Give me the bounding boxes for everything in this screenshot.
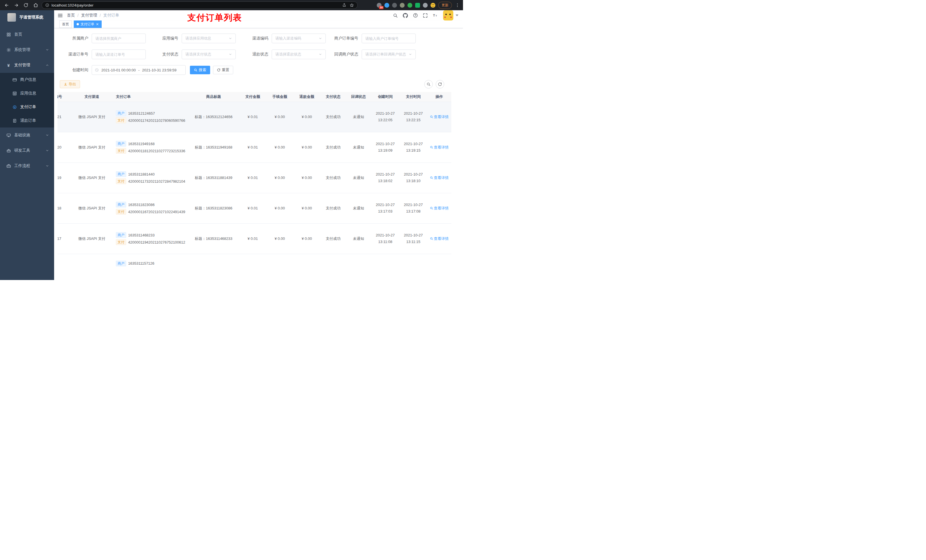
profile-avatar[interactable] [431,3,436,8]
filter-merchant-order-no: 商户订单编号 [330,33,420,44]
toggle-search-button[interactable] [424,80,433,89]
chevron-down-icon [45,48,49,51]
view-detail-link[interactable]: 查看详情 [430,175,449,180]
search-button[interactable]: 搜索 [190,66,210,74]
extension-icon[interactable] [415,3,420,8]
search-icon[interactable] [393,13,398,18]
breadcrumb-section[interactable]: 支付管理 [81,13,97,18]
refund-status-select[interactable]: 请选择退款状态 [272,50,326,59]
date-end: 2021-10-31 23:59:59 [142,68,177,72]
user-menu[interactable] [443,10,458,21]
table-row[interactable]: 121 微信 JSAPI 支付 商户1635312124657 支付420000… [57,101,451,132]
site-info-icon[interactable] [45,3,49,7]
github-icon[interactable] [402,13,408,18]
app-no-select[interactable]: 请选择应用信息 [182,33,236,43]
circle-dot-icon [12,105,17,109]
briefcase-icon [6,164,11,168]
forward-icon[interactable] [12,2,20,9]
sidebar-item-infrastructure[interactable]: 基础设施 [0,127,54,143]
notify-status-select[interactable]: 请选择订单回调商户状态 [362,50,416,59]
credit-card-icon [12,78,17,82]
refresh-table-button[interactable] [436,80,444,89]
help-icon[interactable] [413,13,418,18]
chevron-down-icon [319,37,322,40]
table-row[interactable]: 商户1635311157126 [57,254,451,280]
chevron-down-icon [409,53,412,56]
pay-tag: 支付 [116,239,126,245]
merchant-order-no-input[interactable] [362,33,416,43]
export-button[interactable]: 导出 [60,80,80,88]
home-icon[interactable] [32,2,39,9]
filter-app-no: 应用编号 请选择应用信息 [150,33,240,44]
tab-home[interactable]: 首页 [59,21,72,28]
create-time-range-picker[interactable]: 2021-10-01 00:00:00 - 2021-10-31 23:59:5… [92,65,186,75]
extension-icon[interactable] [377,3,381,8]
active-tab-dot [77,23,79,25]
filter-channel-order-no: 渠道订单号 [60,49,150,59]
sidebar-item-workflow[interactable]: 工作流程 [0,158,54,174]
reload-icon[interactable] [22,2,30,9]
view-detail-link[interactable]: 查看详情 [430,145,449,150]
chevron-up-icon [45,63,49,67]
table-row[interactable]: 120 微信 JSAPI 支付 商户1635311949168 支付420000… [57,132,451,163]
navbar-actions: TT [393,10,458,21]
sidebar-item-label: 退款订单 [20,118,36,123]
sidebar-item-refund-order[interactable]: 退款订单 [0,114,54,127]
address-bar[interactable]: localhost:1024/pay/order [42,2,358,9]
tags-view-bar: 首页 支付订单 [54,21,463,28]
view-detail-link[interactable]: 查看详情 [430,115,449,119]
pay-tag: 支付 [116,118,126,123]
sidebar-item-merchant-info[interactable]: 商户信息 [0,73,54,86]
svg-text:T: T [436,15,437,17]
extension-icon[interactable] [407,3,412,8]
sidebar-item-home[interactable]: 首页 [0,27,54,42]
channel-code-select[interactable]: 请输入渠道编码 [272,33,326,43]
fullscreen-icon[interactable] [423,13,428,18]
extension-icon[interactable] [400,3,405,8]
sidebar-item-label: 研发工具 [14,148,30,153]
merchant-tag: 商户 [116,110,126,116]
view-detail-link[interactable]: 查看详情 [430,236,449,241]
chevron-down-icon [45,133,49,137]
browser-update-button[interactable]: 更新 [438,2,452,9]
logo[interactable]: 芋道管理系统 [0,10,54,24]
table-toolbar: 导出 [60,80,457,89]
grid-table-icon [12,91,17,96]
sidebar-item-dev-tools[interactable]: 研发工具 [0,143,54,158]
sidebar-item-payment[interactable]: ¥ 支付管理 [0,57,54,73]
merchant-tag: 商户 [116,202,126,207]
merchant-tag: 商户 [116,261,126,266]
table-row[interactable]: 118 微信 JSAPI 支付 商户1635311823086 支付420000… [57,193,451,223]
sidebar-menu: 首页 系统管理 ¥ 支付管理 商户信息 [0,27,54,174]
tab-close-icon[interactable] [96,23,99,26]
font-size-icon[interactable]: TT [433,13,438,18]
browser-menu-icon[interactable]: ⋮ [455,3,460,8]
sidebar-item-pay-order[interactable]: 支付订单 [0,100,54,114]
sidebar-item-system[interactable]: 系统管理 [0,42,54,57]
page-title-annotation: 支付订单列表 [188,12,242,24]
merchant-input[interactable] [92,33,146,43]
extension-icon[interactable] [384,3,389,8]
view-detail-link[interactable]: 查看详情 [430,206,449,211]
breadcrumb-home[interactable]: 首页 [67,13,75,18]
back-icon[interactable] [3,2,10,9]
bookmark-star-icon[interactable] [350,3,354,8]
clock-icon [95,68,99,72]
channel-order-no-input[interactable] [92,50,146,59]
app-title: 芋道管理系统 [20,15,43,20]
table-row[interactable]: 117 微信 JSAPI 支付 商户1635311468233 支付420000… [57,223,451,254]
share-icon[interactable] [342,3,346,7]
sidebar-item-label: 首页 [14,32,22,37]
pay-status-select[interactable]: 请选择支付状态 [182,50,236,59]
hamburger-icon[interactable] [57,13,63,18]
extension-icon[interactable] [392,3,397,8]
extensions-area: 更新 ⋮ [377,2,460,9]
extensions-puzzle-icon[interactable] [423,3,428,8]
sidebar-item-app-info[interactable]: 应用信息 [0,86,54,100]
table-row[interactable]: 119 微信 JSAPI 支付 商户1635311881440 支付420000… [57,163,451,193]
pay-tag: 支付 [116,178,126,184]
tab-pay-order[interactable]: 支付订单 [74,21,101,28]
reset-button[interactable]: 重置 [213,66,233,74]
pay-tag: 支付 [116,209,126,214]
orders-table: 编号 支付渠道 支付订单 商品标题 支付金额 手续金额 退款金额 支付状态 回调… [57,92,457,280]
